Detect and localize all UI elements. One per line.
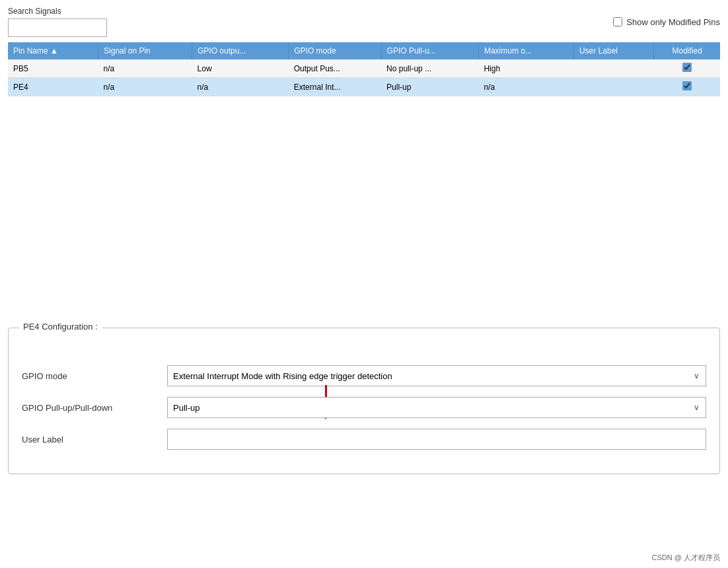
watermark: CSDN @ 人才程序员 [652, 553, 720, 563]
show-modified-checkbox[interactable] [613, 17, 622, 26]
gpio-pull-label: GPIO Pull-up/Pull-down [22, 403, 167, 413]
show-modified-section: Show only Modified Pins [613, 17, 720, 27]
top-bar: Search Signals Show only Modified Pins [8, 7, 720, 37]
modified-checkbox-pb5[interactable] [682, 63, 692, 72]
gpio-mode-select[interactable]: External Interrupt Mode with Rising edge… [167, 365, 706, 386]
cell-gpio-output: n/a [192, 78, 289, 96]
search-label: Search Signals [8, 7, 107, 16]
cell-gpio-pull: No pull-up ... [381, 59, 478, 78]
gpio-pull-select[interactable]: No pull-up and no pull-down Pull-up Pull… [167, 397, 706, 418]
gpio-mode-label: GPIO mode [22, 371, 167, 381]
user-label-label: User Label [22, 435, 167, 444]
modified-checkbox-pe4[interactable] [682, 81, 692, 90]
gpio-pull-select-wrapper: No pull-up and no pull-down Pull-up Pull… [167, 397, 706, 418]
gpio-pull-row: GPIO Pull-up/Pull-down No pull-up and no… [22, 397, 706, 418]
cell-gpio-mode: External Int... [289, 78, 381, 96]
cell-user-label [573, 59, 653, 78]
col-gpio-output[interactable]: GPIO outpu... [192, 42, 289, 59]
config-spacer [22, 339, 706, 365]
user-label-input[interactable] [167, 429, 706, 450]
col-gpio-mode[interactable]: GPIO mode [289, 42, 381, 59]
main-container: Search Signals Show only Modified Pins P… [0, 0, 728, 568]
col-modified[interactable]: Modified [654, 42, 720, 59]
cell-signal-on-pin: n/a [98, 59, 192, 78]
cell-gpio-output: Low [192, 59, 289, 78]
cell-user-label [573, 78, 653, 96]
cell-modified[interactable] [654, 78, 720, 96]
user-label-row: User Label [22, 429, 706, 450]
cell-pin-name: PB5 [8, 59, 98, 78]
config-legend: PE4 Configuration : [19, 322, 102, 332]
cell-gpio-pull: Pull-up [381, 78, 478, 96]
table-header: Pin Name ▲ Signal on Pin GPIO outpu... G… [8, 42, 720, 59]
col-pin-name[interactable]: Pin Name ▲ [8, 42, 98, 59]
pin-table: Pin Name ▲ Signal on Pin GPIO outpu... G… [8, 42, 720, 96]
col-max-output[interactable]: Maximum o... [478, 42, 573, 59]
search-input[interactable] [8, 18, 107, 37]
col-signal-on-pin[interactable]: Signal on Pin [98, 42, 192, 59]
table-row[interactable]: PE4 n/a n/a External Int... Pull-up n/a [8, 78, 720, 96]
cell-signal-on-pin: n/a [98, 78, 192, 96]
col-gpio-pull[interactable]: GPIO Pull-u... [381, 42, 478, 59]
search-section: Search Signals [8, 7, 107, 37]
config-section: PE4 Configuration : GPIO mode External I… [8, 328, 720, 474]
cell-max-output: High [478, 59, 573, 78]
cell-max-output: n/a [478, 78, 573, 96]
table-header-row: Pin Name ▲ Signal on Pin GPIO outpu... G… [8, 42, 720, 59]
show-modified-label: Show only Modified Pins [626, 17, 720, 27]
cell-pin-name: PE4 [8, 78, 98, 96]
empty-space [8, 103, 720, 314]
gpio-mode-row: GPIO mode External Interrupt Mode with R… [22, 365, 706, 386]
col-user-label[interactable]: User Label [573, 42, 653, 59]
gpio-mode-select-wrapper: External Interrupt Mode with Rising edge… [167, 365, 706, 386]
cell-gpio-mode: Output Pus... [289, 59, 381, 78]
cell-modified[interactable] [654, 59, 720, 78]
table-body: PB5 n/a Low Output Pus... No pull-up ...… [8, 59, 720, 96]
table-row[interactable]: PB5 n/a Low Output Pus... No pull-up ...… [8, 59, 720, 78]
